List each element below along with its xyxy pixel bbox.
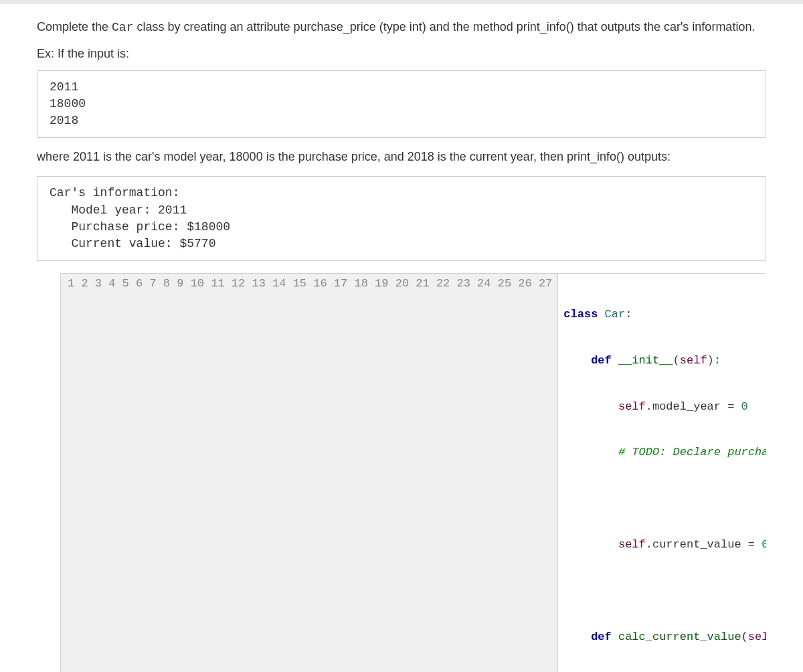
- prompt-pre: Complete the: [37, 20, 112, 33]
- output-sample-box: Car's information: Model year: 2011 Purc…: [37, 176, 766, 261]
- code-line: # TODO: Declare purchase_price attribute: [563, 445, 760, 460]
- prompt-text: Complete the Car class by creating an at…: [37, 17, 766, 37]
- line-gutter: 1 2 3 4 5 6 7 8 9 10 11 12 13 14 15 16 1…: [61, 274, 558, 672]
- where-text: where 2011 is the car's model year, 1800…: [37, 150, 766, 164]
- content-area: Complete the Car class by creating an at…: [0, 4, 803, 672]
- code-line: def calc_current_value(self, current_yea…: [563, 630, 760, 645]
- code-line: [563, 491, 760, 507]
- code-line: self.current_value = 0: [563, 537, 760, 553]
- code-area[interactable]: class Car: def __init__(self): self.mode…: [558, 274, 766, 672]
- code-line: self.model_year = 0: [563, 400, 760, 415]
- code-editor[interactable]: 1 2 3 4 5 6 7 8 9 10 11 12 13 14 15 16 1…: [60, 273, 766, 672]
- code-line: def __init__(self):: [563, 353, 760, 369]
- example-label: Ex: If the input is:: [37, 47, 766, 61]
- top-bar: [0, 0, 803, 4]
- input-sample-box: 2011 18000 2018: [37, 70, 766, 139]
- code-line: [563, 584, 760, 599]
- code-line: class Car:: [563, 307, 760, 323]
- prompt-code: Car: [112, 21, 133, 34]
- prompt-post: class by creating an attribute purchase_…: [133, 20, 755, 33]
